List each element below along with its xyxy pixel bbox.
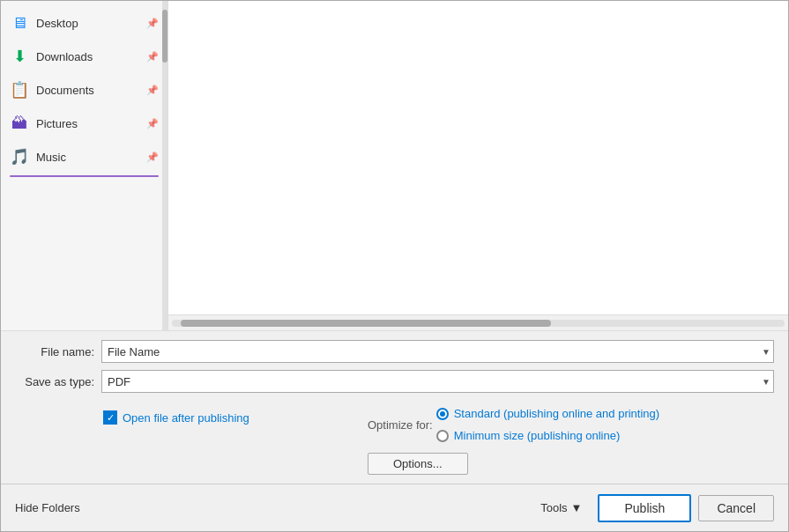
desktop-icon: 🖥 <box>10 13 29 33</box>
left-options: ✓ Open file after publishing <box>15 407 350 475</box>
sidebar-item-music[interactable]: 🎵 Music 📌 <box>1 140 167 174</box>
save-as-select[interactable]: PDF <box>101 370 774 393</box>
minimum-label[interactable]: Minimum size (publishing online) <box>454 429 621 444</box>
file-name-label: File name: <box>15 345 94 358</box>
sidebar-scrollbar-thumb <box>162 10 167 63</box>
save-as-label: Save as type: <box>15 375 94 388</box>
minimum-radio[interactable] <box>436 430 449 442</box>
save-as-select-wrapper: PDF ▼ <box>101 370 774 393</box>
downloads-icon: ⬇ <box>10 47 29 66</box>
tools-button[interactable]: Tools ▼ <box>532 496 591 520</box>
tools-label: Tools <box>540 501 567 514</box>
publish-button[interactable]: Publish <box>598 494 691 522</box>
bottom-right-actions: Tools ▼ Publish Cancel <box>532 494 774 522</box>
sidebar-item-downloads[interactable]: ⬇ Downloads 📌 <box>1 40 167 73</box>
sidebar-item-pictures[interactable]: 🏔 Pictures 📌 <box>1 107 167 140</box>
open-file-checkbox[interactable]: ✓ <box>103 410 117 425</box>
pictures-icon: 🏔 <box>10 114 29 133</box>
standard-label[interactable]: Standard (publishing online and printing… <box>454 407 659 422</box>
pin-icon-desktop: 📌 <box>146 18 159 29</box>
pin-icon-pictures: 📌 <box>146 118 159 129</box>
sidebar-scrollbar <box>162 1 167 330</box>
optimize-label: Optimize for: <box>368 418 433 432</box>
sidebar-label-desktop: Desktop <box>36 17 139 30</box>
sidebar-item-desktop[interactable]: 🖥 Desktop 📌 <box>1 6 167 40</box>
optimize-top-row: Optimize for: Standard (publishing onlin… <box>368 407 774 444</box>
scrollbar-track <box>172 320 785 327</box>
save-as-row: Save as type: PDF ▼ <box>15 370 774 393</box>
save-publish-dialog: 🖥 Desktop 📌 ⬇ Downloads 📌 📋 Documents 📌 … <box>0 0 789 532</box>
pin-icon-downloads: 📌 <box>146 51 159 63</box>
standard-radio-row: Standard (publishing online and printing… <box>436 407 659 422</box>
options-button[interactable]: Options... <box>368 453 468 475</box>
pin-icon-music: 📌 <box>146 151 159 163</box>
hide-folders-button[interactable]: Hide Folders <box>15 501 80 514</box>
open-file-label[interactable]: Open file after publishing <box>123 411 249 425</box>
form-area: File name: ▼ Save as type: PDF ▼ ✓ <box>1 330 788 484</box>
file-name-input[interactable] <box>101 340 774 363</box>
bottom-bar: Hide Folders Tools ▼ Publish Cancel <box>1 484 788 531</box>
right-options: Optimize for: Standard (publishing onlin… <box>368 407 774 475</box>
options-btn-row: Options... <box>368 453 774 475</box>
file-browser-area <box>168 1 788 330</box>
sidebar-label-pictures: Pictures <box>36 117 139 130</box>
file-name-row: File name: ▼ <box>15 340 774 363</box>
scrollbar-thumb <box>181 320 551 327</box>
file-name-input-wrapper: ▼ <box>101 340 774 363</box>
sidebar-label-downloads: Downloads <box>36 50 139 63</box>
sidebar-item-documents[interactable]: 📋 Documents 📌 <box>1 73 167 107</box>
documents-icon: 📋 <box>10 80 29 100</box>
sidebar: 🖥 Desktop 📌 ⬇ Downloads 📌 📋 Documents 📌 … <box>1 1 168 330</box>
pin-icon-documents: 📌 <box>146 85 159 96</box>
music-icon: 🎵 <box>10 147 29 166</box>
checkmark-icon: ✓ <box>107 413 115 423</box>
radio-options: Standard (publishing online and printing… <box>436 407 659 444</box>
sidebar-label-documents: Documents <box>36 84 139 97</box>
dialog-body: 🖥 Desktop 📌 ⬇ Downloads 📌 📋 Documents 📌 … <box>1 1 788 330</box>
sidebar-divider <box>10 175 159 177</box>
tools-dropdown-arrow: ▼ <box>571 501 583 514</box>
standard-radio[interactable] <box>436 408 449 420</box>
cancel-button[interactable]: Cancel <box>698 495 774 521</box>
open-file-checkbox-row: ✓ Open file after publishing <box>103 410 249 425</box>
minimum-radio-row: Minimum size (publishing online) <box>436 429 659 444</box>
options-area: ✓ Open file after publishing Optimize fo… <box>15 400 774 484</box>
sidebar-label-music: Music <box>36 151 139 164</box>
horizontal-scrollbar-area <box>168 314 788 330</box>
